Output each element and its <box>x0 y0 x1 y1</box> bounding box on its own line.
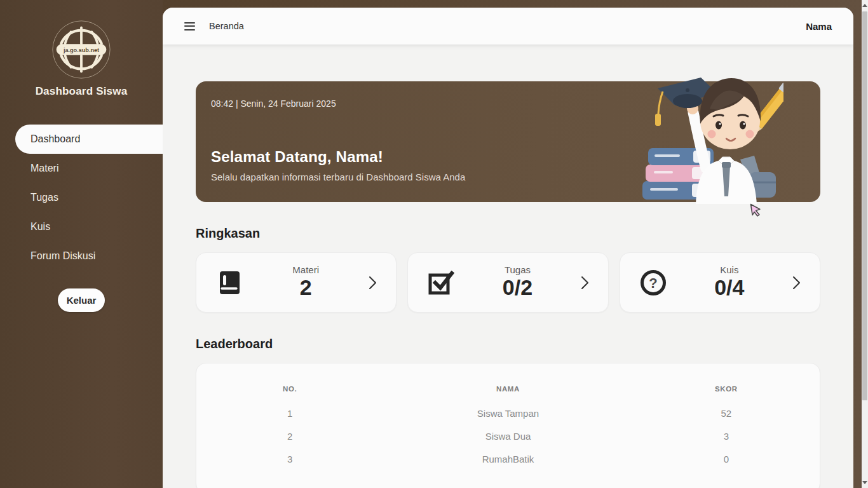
sidebar-item-materi[interactable]: Materi <box>0 154 163 183</box>
banner-greeting: Selamat Datang, Nama! <box>211 148 805 166</box>
column-header-skor: SKOR <box>633 380 820 402</box>
leaderboard-heading: Leaderboard <box>196 337 820 351</box>
summary-card-materi[interactable]: Materi 2 <box>196 252 397 313</box>
banner-subtitle: Selalu dapatkan informasi terbaru di Das… <box>211 172 805 182</box>
chevron-right-icon[interactable] <box>580 276 589 290</box>
table-row: 2 Siswa Dua 3 <box>196 424 820 447</box>
summary-card-kuis[interactable]: ? Kuis 0/4 <box>620 252 820 313</box>
cell-skor: 3 <box>633 424 820 447</box>
page-content: 08:42 | Senin, 24 Februari 2025 Selamat … <box>163 44 853 488</box>
cell-skor: 0 <box>633 447 820 470</box>
logo-text: ja.go.sub.net <box>63 47 99 53</box>
sidebar-menu: Dashboard Materi Tugas Kuis Forum Diskus… <box>0 125 163 271</box>
scrollbar-thumb[interactable] <box>862 11 867 400</box>
student-illustration <box>637 60 783 210</box>
leaderboard-table: NO. NAMA SKOR 1 Siswa Tampan 52 2 Siswa … <box>196 380 820 470</box>
column-header-no: NO. <box>196 380 383 402</box>
scroll-down-arrow[interactable] <box>862 481 867 484</box>
chevron-right-icon[interactable] <box>792 276 801 290</box>
breadcrumb: Beranda <box>209 21 244 31</box>
checkbox-check-icon <box>427 269 455 297</box>
table-row: 1 Siswa Tampan 52 <box>196 402 820 424</box>
cell-nama: Siswa Tampan <box>383 402 632 424</box>
column-header-nama: NAMA <box>383 380 632 402</box>
svg-text:?: ? <box>649 275 657 291</box>
cell-no: 2 <box>196 424 383 447</box>
cell-no: 1 <box>196 402 383 424</box>
app-logo: ja.go.sub.net <box>51 19 112 80</box>
banner-datetime: 08:42 | Senin, 24 Februari 2025 <box>211 98 805 109</box>
topbar: Beranda Nama <box>163 8 853 44</box>
globe-logo-icon: ja.go.sub.net <box>51 19 112 80</box>
mouse-cursor <box>750 202 763 219</box>
summary-card-tugas[interactable]: Tugas 0/2 <box>407 252 608 313</box>
welcome-banner: 08:42 | Senin, 24 Februari 2025 Selamat … <box>196 81 820 202</box>
logout-button[interactable]: Keluar <box>58 288 105 312</box>
sidebar-item-tugas[interactable]: Tugas <box>0 183 163 212</box>
vertical-scrollbar[interactable] <box>862 0 868 488</box>
book-icon <box>215 269 243 297</box>
card-value: 0/4 <box>667 275 792 300</box>
table-row: 3 RumahBatik 0 <box>196 447 820 470</box>
card-value: 2 <box>243 275 368 300</box>
card-value: 0/2 <box>455 275 580 300</box>
sidebar-item-dashboard[interactable]: Dashboard <box>15 125 163 154</box>
user-name[interactable]: Nama <box>806 21 832 32</box>
hamburger-menu-icon[interactable] <box>184 22 195 30</box>
summary-heading: Ringkasan <box>196 226 820 241</box>
cell-nama: Siswa Dua <box>383 424 632 447</box>
card-label: Tugas <box>455 264 580 275</box>
sidebar-item-forum-diskusi[interactable]: Forum Diskusi <box>0 241 163 271</box>
main-panel: Beranda Nama 08:42 | Senin, 24 Februari … <box>163 8 853 488</box>
scroll-up-arrow[interactable] <box>862 4 867 7</box>
card-label: Materi <box>243 264 368 275</box>
cell-nama: RumahBatik <box>383 447 632 470</box>
table-header-row: NO. NAMA SKOR <box>196 380 820 402</box>
card-label: Kuis <box>667 264 792 275</box>
sidebar-item-kuis[interactable]: Kuis <box>0 212 163 241</box>
chevron-right-icon[interactable] <box>368 276 377 290</box>
sidebar: ja.go.sub.net Dashboard Siswa Dashboard … <box>0 0 163 488</box>
summary-cards: Materi 2 Tugas 0/2 <box>196 252 820 313</box>
app-title: Dashboard Siswa <box>0 85 163 98</box>
cell-no: 3 <box>196 447 383 470</box>
leaderboard-card: NO. NAMA SKOR 1 Siswa Tampan 52 2 Siswa … <box>196 363 820 488</box>
cell-skor: 52 <box>633 402 820 424</box>
question-circle-icon: ? <box>639 269 667 297</box>
